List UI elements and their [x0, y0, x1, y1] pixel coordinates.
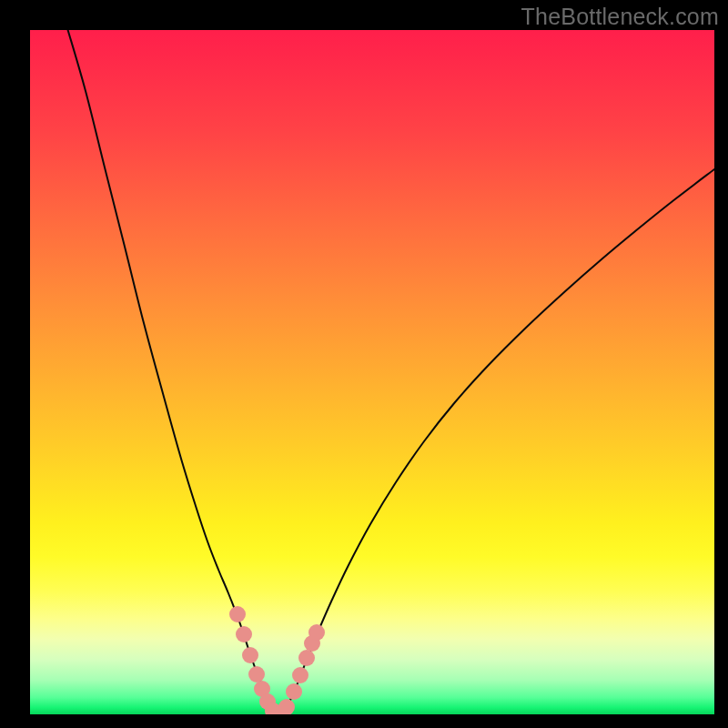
- chart-stage: TheBottleneck.com: [0, 0, 728, 728]
- marker-dot: [292, 667, 308, 683]
- marker-dot: [298, 650, 315, 666]
- left-branch-curve: [67, 30, 278, 714]
- marker-dot: [236, 626, 252, 642]
- curve-layer: [30, 30, 714, 714]
- watermark-label: TheBottleneck.com: [521, 4, 719, 30]
- marker-dot: [229, 606, 246, 622]
- plot-area: [30, 30, 714, 714]
- right-branch-curve: [279, 169, 714, 714]
- marker-dot: [308, 624, 325, 641]
- marker-dot: [278, 699, 295, 714]
- marker-dots: [229, 606, 325, 714]
- marker-dot: [242, 647, 258, 663]
- marker-dot: [248, 666, 265, 682]
- marker-dot: [286, 683, 302, 700]
